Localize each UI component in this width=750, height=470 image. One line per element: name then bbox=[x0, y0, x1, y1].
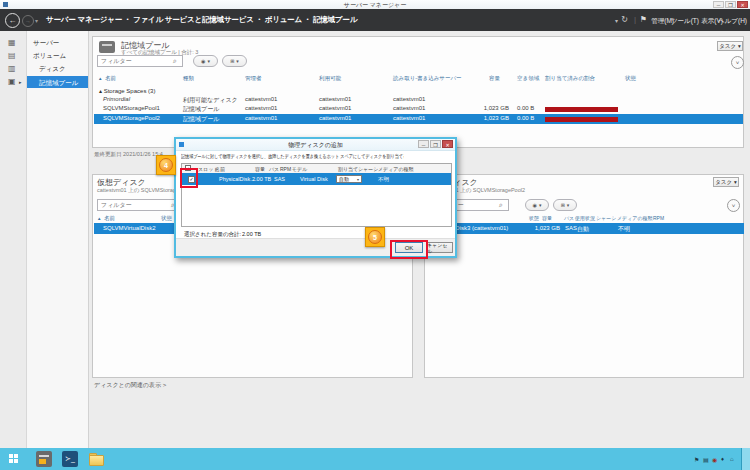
maximize-button[interactable]: ❐ bbox=[725, 1, 736, 8]
pdisks-filter-query-button[interactable]: ◉▾ bbox=[525, 199, 549, 211]
allocation-value: 自動 bbox=[339, 176, 349, 182]
tray-window-icon[interactable]: ▤ bbox=[703, 456, 709, 463]
menu-help[interactable]: ヘルプ(H) bbox=[718, 17, 747, 26]
refresh-icon[interactable]: ↻ bbox=[621, 15, 628, 24]
col-media[interactable]: メディアの種類 bbox=[378, 166, 414, 172]
pdisks-filter-columns-button[interactable]: ⊞▾ bbox=[553, 199, 577, 211]
pools-collapse-button[interactable]: ˅ bbox=[731, 56, 744, 69]
col-name[interactable]: 名前 bbox=[215, 166, 225, 172]
cell-name: PhysicalDisk… bbox=[219, 176, 256, 182]
close-button[interactable]: ✕ bbox=[737, 1, 748, 8]
cell-media: 不明 bbox=[618, 225, 630, 234]
storage-pools-tile-icon bbox=[99, 41, 115, 53]
dialog-minimize-button[interactable]: ─ bbox=[418, 140, 429, 148]
explorer-taskbar-icon[interactable] bbox=[88, 451, 104, 467]
storage-pools-icon[interactable]: ▣ bbox=[8, 77, 16, 86]
col-status[interactable]: 状態 bbox=[161, 215, 172, 222]
col-chassis[interactable]: シャーシ bbox=[596, 215, 616, 221]
cell-name: SQLVMVirtualDisk2 bbox=[103, 225, 155, 231]
menu-tools[interactable]: ツール(T) bbox=[671, 17, 699, 26]
dialog-disk-row[interactable]: ✓ PhysicalDisk… 2.00 TB SAS Virtual Disk… bbox=[182, 173, 451, 185]
table-row-selected[interactable]: SQLVMStoragePool2 記憶域プール cattestvm01 cat… bbox=[94, 114, 743, 124]
col-status[interactable]: 状態 bbox=[625, 75, 636, 82]
cell-bus: SAS bbox=[274, 176, 285, 182]
cell-bus: SAS bbox=[565, 225, 577, 231]
col-rpm[interactable]: RPM bbox=[653, 215, 664, 221]
volumes-icon[interactable]: ▥ bbox=[8, 64, 16, 73]
nav-caret-icon[interactable]: ▾ bbox=[615, 17, 618, 24]
search-icon[interactable]: ⌕ bbox=[173, 57, 177, 65]
pools-filter-input[interactable] bbox=[97, 55, 183, 67]
sidebar-item-volumes[interactable]: ボリューム bbox=[33, 52, 66, 61]
col-bus[interactable]: バス bbox=[269, 166, 279, 172]
pdisks-tasks-button[interactable]: タスク▾ bbox=[713, 177, 739, 187]
back-button[interactable]: ← bbox=[5, 13, 20, 28]
nav-history-caret-icon[interactable]: ▾ bbox=[35, 17, 38, 24]
col-rpm[interactable]: RPM bbox=[280, 166, 291, 172]
notifications-flag-icon[interactable]: ⚑ bbox=[640, 15, 647, 24]
table-row[interactable]: SQLVMStoragePool1 記憶域プール cattestvm01 cat… bbox=[94, 105, 743, 114]
tray-volume-icon[interactable]: ⌂ bbox=[730, 456, 734, 462]
col-usage[interactable]: 使用状況 bbox=[575, 215, 595, 221]
forward-button[interactable]: → bbox=[22, 15, 34, 27]
table-row[interactable]: Primordial 利用可能なディスク cattestvm01 cattest… bbox=[94, 96, 743, 105]
sidebar-icon-strip: ▦ ▤ ▥ ▣ ▸ bbox=[0, 31, 27, 448]
col-name[interactable]: 名前 bbox=[104, 215, 115, 222]
sidebar-item-storage-pools[interactable]: 記憶域プール bbox=[27, 76, 88, 88]
col-media[interactable]: メディアの種類 bbox=[617, 215, 653, 221]
taskbar: ≻_ ⚑ ▤ ◉ ♦ ⌂ bbox=[0, 448, 750, 470]
sidebar-item-servers[interactable]: サーバー bbox=[33, 39, 59, 48]
tray-network-icon[interactable]: ♦ bbox=[721, 456, 724, 462]
cell-available: cattestvm01 bbox=[319, 96, 351, 102]
dialog-maximize-button[interactable]: ❐ bbox=[430, 140, 441, 148]
col-managed[interactable]: 管理者 bbox=[245, 75, 262, 82]
pools-filter-query-button[interactable]: ◉▾ bbox=[193, 55, 218, 67]
highlight-rect-checkbox bbox=[180, 168, 198, 188]
dialog-close-button[interactable]: ✕ bbox=[442, 140, 453, 148]
col-model[interactable]: モデル bbox=[292, 166, 307, 172]
allocation-dropdown[interactable]: 自動 ▾ bbox=[336, 175, 362, 183]
cell-rw: cattestvm01 bbox=[393, 96, 425, 102]
col-capacity[interactable]: 容量 bbox=[255, 166, 265, 172]
disk-association-link[interactable]: ディスクとの関連の表示 > bbox=[94, 381, 166, 390]
servers-icon[interactable]: ▤ bbox=[8, 51, 16, 60]
col-capacity[interactable]: 容量 bbox=[489, 75, 500, 82]
col-status[interactable]: 状態 bbox=[529, 215, 539, 221]
search-icon[interactable]: ⌕ bbox=[499, 201, 503, 209]
col-available[interactable]: 利用可能 bbox=[319, 75, 341, 82]
group-row[interactable]: ▴ Storage Spaces (3) bbox=[99, 87, 155, 94]
sort-icon[interactable]: ▲ bbox=[97, 216, 101, 221]
minimize-button[interactable]: ─ bbox=[713, 1, 724, 8]
col-allocated[interactable]: 割り当て済みの割合 bbox=[545, 75, 595, 82]
cell-free: 0.00 B bbox=[517, 115, 534, 121]
col-allocation[interactable]: 割り当て bbox=[338, 166, 358, 172]
cell-managed: cattestvm01 bbox=[245, 105, 277, 111]
col-rw-server[interactable]: 読み取り-書き込みサーバー bbox=[393, 75, 462, 82]
col-name[interactable]: 名前 bbox=[105, 75, 116, 82]
col-type[interactable]: 種類 bbox=[183, 75, 194, 82]
col-bus[interactable]: バス bbox=[564, 215, 574, 221]
powershell-taskbar-icon[interactable]: ≻_ bbox=[62, 451, 78, 467]
pools-tasks-button[interactable]: タスク▾ bbox=[717, 41, 743, 51]
tray-status-icon[interactable]: ◉ bbox=[712, 456, 717, 463]
cell-usage: 自動 bbox=[577, 225, 589, 234]
pools-filter-columns-button[interactable]: ⊞▾ bbox=[222, 55, 247, 67]
cell-capacity: 1,023 GB bbox=[465, 115, 509, 121]
show-desktop-button[interactable] bbox=[741, 448, 750, 470]
vdisks-filter-input[interactable] bbox=[97, 199, 181, 211]
col-capacity[interactable]: 容量 bbox=[542, 215, 552, 221]
caret-icon: ▾ bbox=[207, 58, 210, 64]
pdisks-collapse-button[interactable]: ˅ bbox=[727, 199, 740, 212]
col-free[interactable]: 空き領域 bbox=[517, 75, 539, 82]
table-row-selected[interactable]: PhysicalDisk3 (cattestvm01) 1,023 GB SAS… bbox=[426, 223, 744, 234]
dashboard-icon[interactable]: ▦ bbox=[8, 38, 16, 47]
sidebar-item-disks[interactable]: ディスク bbox=[39, 65, 66, 74]
sort-icon[interactable]: ▲ bbox=[98, 76, 102, 81]
cell-type: 記憶域プール bbox=[183, 115, 219, 124]
step-badge-checkbox: 4 bbox=[156, 155, 176, 175]
cancel-button[interactable]: キャンセル bbox=[426, 242, 453, 253]
start-button[interactable] bbox=[0, 448, 28, 470]
server-manager-taskbar-icon[interactable] bbox=[36, 451, 52, 467]
col-chassis[interactable]: シャーシ bbox=[358, 166, 378, 172]
tray-flag-icon[interactable]: ⚑ bbox=[694, 456, 699, 463]
